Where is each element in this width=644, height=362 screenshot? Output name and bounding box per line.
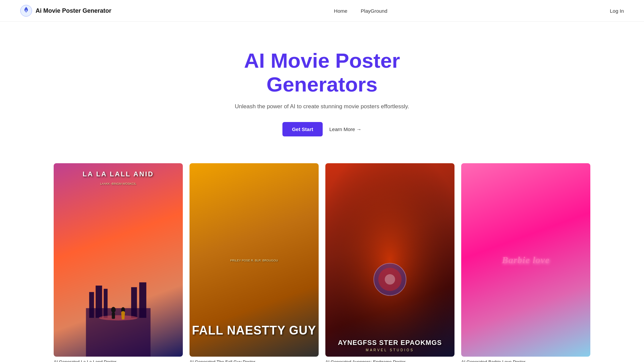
learn-more-button[interactable]: Learn More →	[329, 126, 362, 132]
hero-subtitle: Unleash the power of AI to create stunni…	[7, 103, 637, 110]
navbar: Ai Movie Poster Generator Home PlayGroun…	[0, 0, 644, 22]
nav-playground[interactable]: PlayGround	[361, 8, 387, 14]
get-start-button[interactable]: Get Start	[282, 122, 322, 136]
poster-image-fallguy[interactable]: FALL NAESTTY GUYPRILEY POSE R. BLR: BROU…	[190, 163, 319, 357]
gallery-section: LA LA LALL ANIDLAAKK -BINGM WOSKCILAI Ge…	[0, 157, 644, 362]
poster-card-barbie: Barbie loveAI Generated Barbie Love Post…	[461, 163, 590, 362]
brand-name-text: Ai Movie Poster Generator	[36, 7, 111, 14]
hero-section: AI Movie Poster Generators Unleash the p…	[0, 22, 644, 157]
poster-label-fallguy: AI Generated The Fall Guy Poster	[190, 359, 319, 362]
poster-image-avengers[interactable]: AYNEGFSS STER EPAOKMGSMARVEL STUDIOS	[325, 163, 454, 357]
brand-logo-icon	[20, 5, 32, 17]
poster-card-lalaland: LA LA LALL ANIDLAAKK -BINGM WOSKCILAI Ge…	[54, 163, 183, 362]
login-button[interactable]: Log In	[610, 8, 624, 14]
nav-links: Home PlayGround	[334, 8, 387, 14]
poster-label-lalaland: AI Generated La La Land Poster	[54, 359, 183, 362]
hero-title: AI Movie Poster Generators	[7, 49, 637, 97]
brand-link[interactable]: Ai Movie Poster Generator	[20, 5, 111, 17]
poster-image-lalaland[interactable]: LA LA LALL ANIDLAAKK -BINGM WOSKCIL	[54, 163, 183, 357]
poster-card-avengers: AYNEGFSS STER EPAOKMGSMARVEL STUDIOSAI G…	[325, 163, 454, 362]
poster-image-barbie[interactable]: Barbie love	[461, 163, 590, 357]
poster-label-barbie: AI Generated Barbie Love Poster	[461, 359, 590, 362]
hero-actions: Get Start Learn More →	[7, 122, 637, 136]
poster-card-fallguy: FALL NAESTTY GUYPRILEY POSE R. BLR: BROU…	[190, 163, 319, 362]
nav-home[interactable]: Home	[334, 8, 347, 14]
poster-label-avengers: AI Generated Avengers: Endgame Poster	[325, 359, 454, 362]
gallery-grid: LA LA LALL ANIDLAAKK -BINGM WOSKCILAI Ge…	[54, 163, 590, 362]
